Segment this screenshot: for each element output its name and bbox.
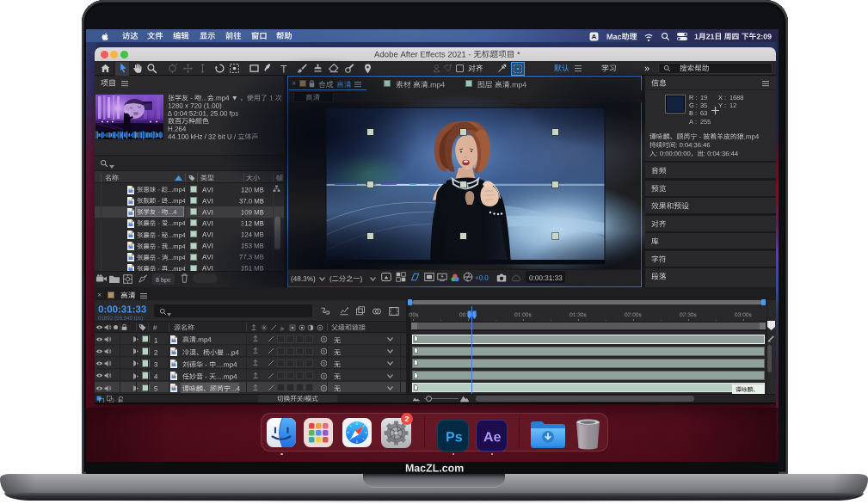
svg-text:A: A <box>592 33 597 40</box>
svg-text:fx: fx <box>280 325 285 330</box>
